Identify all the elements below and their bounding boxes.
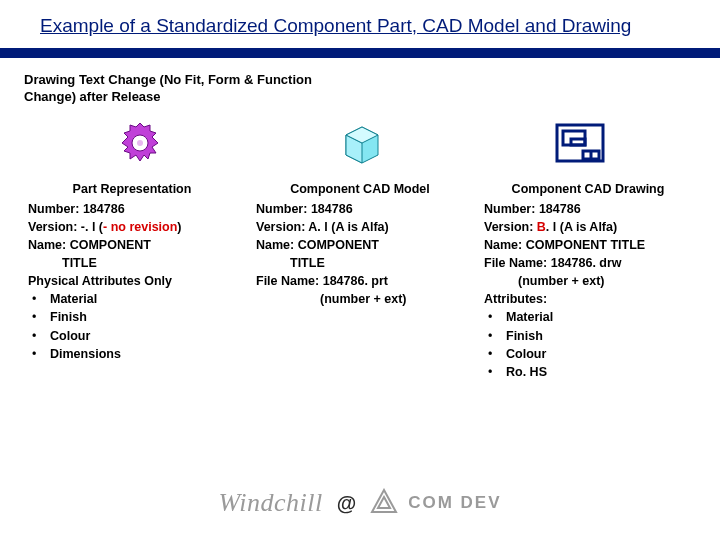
part-bullets: •Material •Finish •Colour •Dimensions bbox=[28, 290, 236, 363]
windchill-logo: Windchill bbox=[218, 488, 322, 518]
drawing-attr: Attributes: bbox=[484, 290, 692, 308]
page-title: Example of a Standardized Component Part… bbox=[40, 14, 680, 38]
part-version: Version: -. l (- no revision) bbox=[28, 218, 236, 236]
part-name-line2: TITLE bbox=[28, 254, 236, 272]
list-item: •Dimensions bbox=[32, 345, 236, 363]
col-drawing-heading: Component CAD Drawing bbox=[484, 180, 692, 198]
drawing-bullets: •Material •Finish •Colour •Ro. HS bbox=[484, 308, 692, 381]
gear-icon bbox=[110, 118, 170, 168]
model-name-line2: TITLE bbox=[256, 254, 464, 272]
col-drawing: Component CAD Drawing Number: 184786 Ver… bbox=[484, 180, 692, 381]
list-item: •Finish bbox=[488, 327, 692, 345]
model-name: Name: COMPONENT bbox=[256, 236, 464, 254]
list-item: •Colour bbox=[488, 345, 692, 363]
svg-point-1 bbox=[137, 140, 143, 146]
list-item: •Colour bbox=[32, 327, 236, 345]
col-part-heading: Part Representation bbox=[28, 180, 236, 198]
model-file: File Name: 184786. prt bbox=[256, 272, 464, 290]
drawing-number: Number: 184786 bbox=[484, 200, 692, 218]
comdev-logo-icon bbox=[370, 488, 398, 518]
title-divider bbox=[0, 48, 720, 58]
cube-icon bbox=[330, 118, 390, 168]
icons-row bbox=[0, 112, 720, 176]
col-model-heading: Component CAD Model bbox=[256, 180, 464, 198]
list-item: •Material bbox=[32, 290, 236, 308]
list-item: •Material bbox=[488, 308, 692, 326]
part-name: Name: COMPONENT bbox=[28, 236, 236, 254]
drawing-name: Name: COMPONENT TITLE bbox=[484, 236, 692, 254]
title-area: Example of a Standardized Component Part… bbox=[0, 0, 720, 44]
footer: Windchill @ COM DEV bbox=[0, 488, 720, 518]
model-file-line2: (number + ext) bbox=[256, 290, 464, 308]
part-number: Number: 184786 bbox=[28, 200, 236, 218]
drawing-file: File Name: 184786. drw bbox=[484, 254, 692, 272]
at-symbol: @ bbox=[337, 492, 357, 515]
col-model: Component CAD Model Number: 184786 Versi… bbox=[256, 180, 464, 381]
model-version: Version: A. l (A is Alfa) bbox=[256, 218, 464, 236]
drawing-version: Version: B. l (A is Alfa) bbox=[484, 218, 692, 236]
drawing-file-line2: (number + ext) bbox=[484, 272, 692, 290]
drawing-icon bbox=[550, 118, 610, 168]
subtitle: Drawing Text Change (No Fit, Form & Func… bbox=[0, 58, 380, 112]
part-sub: Physical Attributes Only bbox=[28, 272, 236, 290]
col-part: Part Representation Number: 184786 Versi… bbox=[28, 180, 236, 381]
comdev-logo-text: COM DEV bbox=[408, 493, 501, 513]
model-number: Number: 184786 bbox=[256, 200, 464, 218]
columns: Part Representation Number: 184786 Versi… bbox=[0, 176, 720, 381]
list-item: •Finish bbox=[32, 308, 236, 326]
list-item: •Ro. HS bbox=[488, 363, 692, 381]
